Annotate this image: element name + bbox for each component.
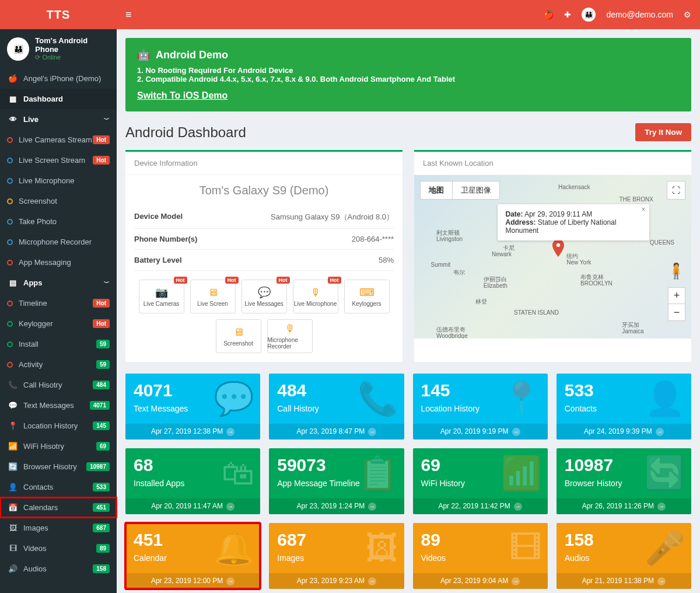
stat-footer[interactable]: Apr 24, 2019 9:39 PM→ bbox=[556, 424, 691, 439]
sidebar-live-item[interactable]: Microphone Recorder bbox=[0, 232, 117, 252]
stat-card[interactable]: 4071Text Messages💬Apr 27, 2019 12:38 PM→ bbox=[125, 374, 260, 439]
sidebar-live-item[interactable]: App Messaging bbox=[0, 252, 117, 273]
map-place-label: New York bbox=[566, 259, 591, 266]
sidebar-main-item[interactable]: 🎞Videos89 bbox=[0, 538, 117, 559]
stat-footer[interactable]: Apr 20, 2019 11:47 AM→ bbox=[125, 498, 260, 514]
nav-dashboard[interactable]: ▦ Dashboard bbox=[0, 89, 117, 109]
stat-card[interactable]: 145Location History📍Apr 20, 2019 9:19 PM… bbox=[413, 374, 548, 439]
arrow-icon: → bbox=[226, 428, 235, 436]
switch-demo-link[interactable]: Switch To iOS Demo bbox=[137, 90, 228, 100]
stat-card[interactable]: 59073App Message Timeline📋Apr 23, 2019 1… bbox=[269, 448, 404, 514]
sidebar-live-item[interactable]: Screenshot bbox=[0, 191, 117, 211]
zoom-in-button[interactable]: + bbox=[668, 288, 685, 304]
quick-action-button[interactable]: 🖥Screenshot bbox=[216, 319, 261, 353]
stat-footer[interactable]: Apr 23, 2019 8:47 PM→ bbox=[269, 424, 404, 439]
sidebar-live-item[interactable]: Take Photo bbox=[0, 211, 117, 232]
spec-label: Battery Level bbox=[134, 256, 182, 264]
quick-action-button[interactable]: ⌨Keyloggers bbox=[344, 280, 390, 313]
nav-live-header[interactable]: 👁 Live ﹀ bbox=[0, 109, 117, 130]
quick-action-button[interactable]: Hot🖥Live Screen bbox=[190, 280, 236, 313]
sidebar-main-item[interactable]: 👤Contacts533 bbox=[0, 477, 117, 497]
stat-footer[interactable]: Apr 23, 2019 1:24 PM→ bbox=[269, 498, 404, 514]
quick-action-button[interactable]: Hot💬Live Messages bbox=[242, 280, 287, 313]
stat-card[interactable]: 10987Browser History🔄Apr 26, 2019 11:26 … bbox=[556, 448, 691, 514]
map-tab-satellite[interactable]: 卫星图像 bbox=[453, 182, 499, 199]
quick-action-button[interactable]: Hot📷Live Cameras bbox=[139, 280, 184, 313]
android-icon[interactable]: ✚ bbox=[564, 10, 571, 19]
stat-card[interactable]: 68Installed Apps🛍Apr 20, 2019 11:47 AM→ bbox=[125, 448, 260, 514]
user-email[interactable]: demo@demo.com bbox=[606, 10, 673, 19]
badge: 533 bbox=[93, 483, 110, 491]
stat-card[interactable]: 687Images🖼Apr 23, 2019 9:23 AM→ bbox=[269, 523, 404, 589]
dashboard-icon: ▦ bbox=[7, 95, 19, 103]
stat-card[interactable]: 484Call History📞Apr 23, 2019 8:47 PM→ bbox=[269, 374, 404, 439]
stat-card[interactable]: 69WiFi History📶Apr 22, 2019 11:42 PM→ bbox=[413, 448, 548, 514]
sidebar-apps-item[interactable]: Install59 bbox=[0, 334, 117, 354]
sidebar-main-item[interactable]: 🔊Audios158 bbox=[0, 559, 117, 579]
stat-footer[interactable]: Apr 22, 2019 11:42 PM→ bbox=[413, 498, 548, 514]
sidebar-main-item[interactable]: 📞Call Hisotry484 bbox=[0, 375, 117, 395]
sidebar-apps-item[interactable]: KeyloggerHot bbox=[0, 313, 117, 334]
sidebar-item-label: Activity bbox=[19, 360, 43, 369]
sidebar-item-label: Audios bbox=[23, 564, 47, 573]
sidebar-main-item[interactable]: 💬Text Messages4071 bbox=[0, 395, 117, 416]
map-place-label: Hackensack bbox=[558, 184, 590, 190]
demo-link[interactable]: 🍎 Angel's iPhone (Demo) bbox=[0, 68, 117, 89]
menu-toggle[interactable]: ≡ bbox=[125, 9, 132, 21]
arrow-icon: → bbox=[657, 577, 666, 585]
sidebar-apps-item[interactable]: TimelineHot bbox=[0, 293, 117, 313]
map-place-label: Jamaica bbox=[622, 328, 643, 334]
stat-footer[interactable]: Apr 23, 2019 9:23 AM→ bbox=[269, 573, 404, 589]
menu-icon: 📍 bbox=[7, 421, 19, 430]
map-pin-icon[interactable] bbox=[552, 239, 564, 257]
sidebar-live-item[interactable]: Live Screen StreamHot bbox=[0, 150, 117, 170]
action-icon: 🎙 bbox=[310, 287, 321, 299]
quick-action-button[interactable]: Hot🎙Live Microphone bbox=[293, 280, 338, 313]
apple-icon[interactable]: 🍎 bbox=[544, 10, 554, 19]
arrow-icon: → bbox=[368, 577, 376, 585]
action-icon: 🖥 bbox=[233, 326, 244, 339]
close-icon[interactable]: × bbox=[641, 205, 645, 214]
sidebar-main-item[interactable]: 📍Location History145 bbox=[0, 416, 117, 436]
device-status: ⟳ Online bbox=[35, 54, 110, 61]
map-tab-map[interactable]: 地图 bbox=[421, 182, 453, 199]
stat-footer[interactable]: Apr 23, 2019 9:04 AM→ bbox=[413, 573, 548, 589]
action-label: Live Cameras bbox=[144, 301, 180, 307]
sidebar-item-label: App Messaging bbox=[19, 258, 71, 267]
action-icon: ⌨ bbox=[359, 286, 374, 299]
map-canvas[interactable]: 地图 卫星图像 ⛶ 🧍 + − × bbox=[414, 175, 691, 339]
sidebar-main-item[interactable]: 🔄Browser Hisotry10987 bbox=[0, 456, 117, 477]
stat-footer[interactable]: Apr 26, 2019 11:26 PM→ bbox=[556, 498, 691, 514]
badge: 451 bbox=[93, 503, 110, 512]
menu-icon: 🎞 bbox=[7, 544, 19, 553]
stat-card[interactable]: 533Contacts👤Apr 24, 2019 9:39 PM→ bbox=[556, 374, 691, 439]
user-panel: 👪 Tom's Android Phone ⟳ Online bbox=[0, 29, 117, 68]
sidebar-main-item[interactable]: 📶WiFi Hisotry69 bbox=[0, 436, 117, 456]
action-icon: 💬 bbox=[258, 286, 271, 299]
stat-footer[interactable]: Apr 27, 2019 12:38 PM→ bbox=[125, 424, 260, 439]
stat-card[interactable]: 451Calendar🔔Apr 23, 2019 12:00 PM→ bbox=[125, 523, 260, 589]
map-place-label: 韦尔 bbox=[453, 268, 465, 277]
stat-card[interactable]: 89Videos🎞Apr 23, 2019 9:04 AM→ bbox=[413, 523, 548, 589]
stat-footer[interactable]: Apr 23, 2019 12:00 PM→ bbox=[125, 573, 260, 589]
badge: 158 bbox=[93, 564, 110, 573]
sidebar-apps-item[interactable]: Activity59 bbox=[0, 354, 117, 375]
nav-apps-header[interactable]: ▤ Apps ﹀ bbox=[0, 273, 117, 293]
pegman-icon[interactable]: 🧍 bbox=[667, 262, 685, 280]
badge: Hot bbox=[93, 299, 110, 308]
android-icon: 🤖 bbox=[137, 48, 150, 61]
quick-action-button[interactable]: 🎙Microphone Recorder bbox=[267, 319, 313, 353]
sidebar-live-item[interactable]: Live Microphone bbox=[0, 170, 117, 191]
brand-logo[interactable]: TTS bbox=[0, 0, 117, 29]
sidebar-live-item[interactable]: Live Cameras StreamHot bbox=[0, 130, 117, 150]
stat-footer[interactable]: Apr 20, 2019 9:19 PM→ bbox=[413, 424, 548, 439]
stat-icon: 🔄 bbox=[645, 454, 685, 493]
fullscreen-icon[interactable]: ⛶ bbox=[667, 181, 685, 200]
stat-card[interactable]: 158Audios🎤Apr 21, 2019 11:38 PM→ bbox=[556, 523, 691, 589]
try-button[interactable]: Try It Now bbox=[635, 123, 691, 141]
sidebar-main-item[interactable]: 🖼Images687 bbox=[0, 518, 117, 538]
zoom-out-button[interactable]: − bbox=[668, 304, 685, 320]
sidebar-main-item[interactable]: 📅Calendars451 bbox=[0, 497, 117, 518]
stat-footer[interactable]: Apr 21, 2019 11:38 PM→ bbox=[556, 573, 691, 589]
settings-icon[interactable]: ⚙ bbox=[684, 10, 691, 19]
